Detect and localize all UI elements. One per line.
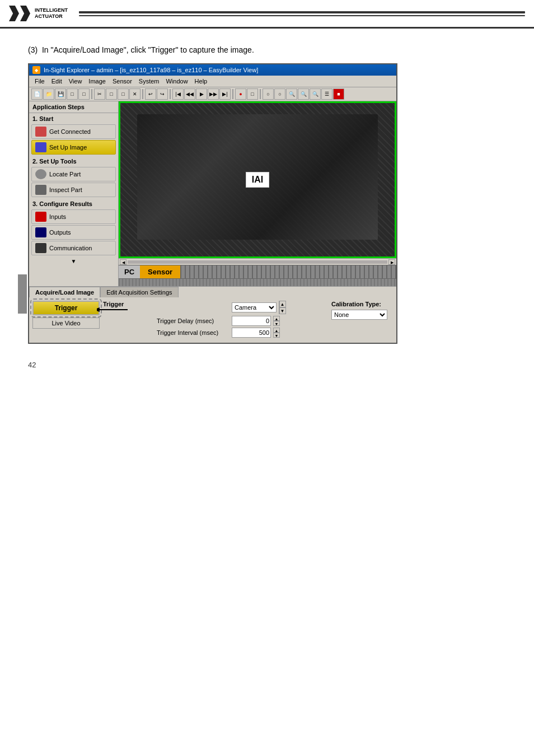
outputs-label: Outputs [49,229,71,236]
step-number: (3) [28,45,38,54]
iai-label: IAI [246,172,269,188]
toolbar-cut[interactable]: ✂ [94,88,105,100]
live-video-button[interactable]: Live Video [32,318,100,329]
acquire-area: Trigger Live Video [32,301,100,339]
page-header: INTELLIGENT ACTUATOR [0,0,534,29]
toolbar-record[interactable]: ● [235,88,246,100]
inputs-btn[interactable]: Inputs [31,209,116,224]
calib-type-dropdown[interactable]: None [331,310,387,320]
pc-sensor-row: PC Sensor [119,265,396,278]
toolbar-zoom3[interactable]: 🔍 [286,88,297,100]
toolbar-zoom5[interactable]: 🔍 [310,88,321,100]
pc-label: PC [119,265,140,278]
toolbar-nav4[interactable]: ▶▶ [208,88,219,100]
menu-window[interactable]: Window [162,77,191,86]
toolbar-sep2 [142,89,143,99]
vscroll-up[interactable]: ▲ [279,301,286,307]
toolbar-zoom1[interactable]: ○ [263,88,274,100]
chevron-1 [9,6,19,21]
toolbar-b1[interactable]: □ [67,88,78,100]
trigger-delay-label: Trigger Delay (msec) [157,318,229,324]
logo-chevrons [9,6,30,21]
trigger-interval-row: Trigger Interval (msec) ▲ ▼ [157,328,328,338]
trigger-delay-input[interactable] [232,316,271,326]
tab-acquire[interactable]: Acquire/Load Image [29,287,100,297]
set-up-image-btn[interactable]: Set Up Image [31,140,116,155]
bottom-tabs[interactable]: Acquire/Load Image Edit Acquisition Sett… [29,287,396,297]
menu-image[interactable]: Image [85,77,109,86]
toolbar-nav5[interactable]: ▶| [219,88,231,100]
menu-bar[interactable]: File Edit View Image Sensor System Windo… [29,76,396,87]
trigger-button[interactable]: Trigger [32,301,100,315]
toolbar-zoom4[interactable]: 🔍 [298,88,309,100]
get-connected-btn[interactable]: Get Connected [31,124,116,139]
locate-part-icon [35,169,46,179]
toolbar-zoom2[interactable]: ○ [274,88,285,100]
inspect-part-icon [35,185,46,195]
left-panel: Application Steps 1. Start Get Connected… [29,101,119,286]
spin-up-2[interactable]: ▲ [273,328,280,333]
trigger-delay-spinner[interactable]: ▲ ▼ [273,316,280,326]
communication-btn[interactable]: Communication [31,241,116,255]
toolbar-sep5 [260,89,261,99]
set-up-image-label: Set Up Image [49,144,87,151]
spin-down-2[interactable]: ▼ [273,333,280,338]
toolbar-b4[interactable]: ■ [333,88,344,100]
toolbar-nav3[interactable]: ▶ [196,88,207,100]
toolbar-copy[interactable]: □ [106,88,117,100]
window-main-area: Application Steps 1. Start Get Connected… [29,101,396,286]
settings-section: Camera ▲ ▼ Trigger Delay (msec) ▲ [157,301,328,339]
outputs-btn[interactable]: Outputs [31,225,116,240]
toolbar-b3[interactable]: ☰ [321,88,332,100]
hscrollbar[interactable]: ◀ ▶ [119,258,396,265]
toolbar-save[interactable]: 💾 [55,88,66,100]
tab-edit[interactable]: Edit Acquisition Settings [100,287,178,297]
get-connected-icon [35,127,46,137]
hscroll-left[interactable]: ◀ [120,259,127,265]
toolbar-b2[interactable]: □ [78,88,90,100]
camera-dropdown[interactable]: Camera [232,302,277,312]
toolbar-cam[interactable]: □ [247,88,258,100]
camera-image-view: IAI [119,101,396,258]
hscroll-right[interactable]: ▶ [388,259,395,265]
calib-type-label: Calibration Type: [331,301,393,307]
side-tab [18,274,27,314]
spin-up[interactable]: ▲ [273,316,280,321]
toolbar-nav2[interactable]: ◀◀ [184,88,195,100]
locate-part-btn[interactable]: Locate Part [31,167,116,181]
trigger-interval-spinner[interactable]: ▲ ▼ [273,328,280,338]
trigger-interval-input[interactable] [232,328,271,338]
toolbar-undo[interactable]: ↩ [145,88,156,100]
toolbar-new[interactable]: 📄 [31,88,43,100]
header-line-thin [79,15,525,16]
menu-help[interactable]: Help [191,77,211,86]
trigger-interval-label: Trigger Interval (msec) [157,329,229,336]
menu-view[interactable]: View [65,77,86,86]
menu-sensor[interactable]: Sensor [109,77,135,86]
menu-file[interactable]: File [31,77,48,86]
toolbar-open[interactable]: 📁 [43,88,54,100]
vscroll-down[interactable]: ▼ [279,307,286,314]
toolbar-redo[interactable]: ↪ [157,88,168,100]
hscroll-track [128,260,387,264]
camera-scroll[interactable]: ▲ ▼ [279,301,285,314]
toolbar-paste[interactable]: □ [118,88,129,100]
toolbar-nav1[interactable]: |◀ [172,88,184,100]
spin-down[interactable]: ▼ [273,321,280,326]
get-connected-label: Get Connected [49,128,91,135]
window-app-icon: ◆ [32,66,40,74]
inspect-part-btn[interactable]: Inspect Part [31,183,116,197]
logo-text: INTELLIGENT ACTUATOR [35,7,68,20]
page-number: 42 [28,361,512,369]
step1-heading: 1. Start [29,113,118,123]
menu-system[interactable]: System [135,77,163,86]
outputs-icon [35,227,46,237]
trigger-delay-row: Trigger Delay (msec) ▲ ▼ [157,316,328,326]
bottom-dots [119,279,396,286]
dotted-area [180,265,396,278]
toolbar-delete[interactable]: ✕ [129,88,140,100]
toolbar-sep4 [232,89,233,99]
arrow-annotation [97,302,130,319]
screenshot-container: ◆ In-Sight Explorer – admin – [is_ez110_… [28,63,397,344]
menu-edit[interactable]: Edit [48,77,65,86]
